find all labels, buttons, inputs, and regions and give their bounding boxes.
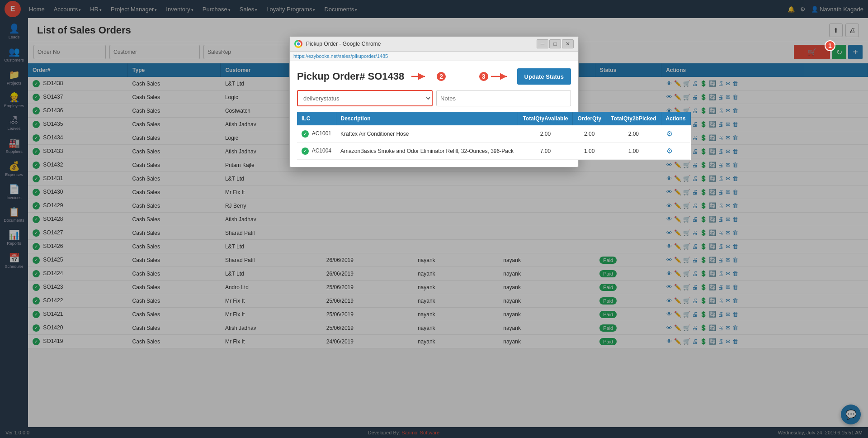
modal-order-title-area: Pickup Order# SO1438 2 [297, 70, 447, 83]
modal-cell-total-2b: 1.00 [606, 143, 661, 160]
annotation-2-arrow [411, 70, 434, 83]
modal-col-actions: Actions [661, 112, 690, 125]
chrome-icon [294, 40, 302, 48]
modal-table-row: ✓ AC1001 Kraftex Air Conditioner Hose 2.… [297, 125, 690, 143]
annotation-badge-3: 3 [478, 71, 489, 82]
modal-cell-description: Kraftex Air Conditioner Hose [336, 125, 518, 143]
modal-cell-order-qty: 1.00 [573, 143, 606, 160]
modal-col-order-qty: OrderQty [573, 112, 606, 125]
modal-overlay: Pickup Order - Google Chrome ─ □ ✕ https… [0, 0, 868, 438]
modal-cell-description: AmazonBasics Smoke and Odor Eliminator R… [336, 143, 518, 160]
annotation-badge-1: 1 [825, 40, 835, 51]
modal-window: Pickup Order - Google Chrome ─ □ ✕ https… [289, 36, 579, 167]
update-status-area: 3 Update Status [478, 68, 571, 85]
modal-addressbar: https://ezybooks.net/sales/pikuporder/14… [290, 52, 578, 61]
modal-cell-total-qty: 7.00 [518, 143, 573, 160]
modal-body: Pickup Order# SO1438 2 3 [290, 61, 578, 167]
item-gear-button[interactable]: ⚙ [665, 129, 674, 139]
modal-items-table: ILC Description TotalQtyAvailable OrderQ… [297, 112, 691, 160]
item-gear-button[interactable]: ⚙ [665, 146, 674, 156]
modal-url: https://ezybooks.net/sales/pikuporder/14… [293, 53, 388, 59]
modal-col-total-qty: TotalQtyAvailable [518, 112, 573, 125]
modal-titlebar-left: Pickup Order - Google Chrome [294, 40, 381, 48]
modal-cell-actions: ⚙ [661, 125, 690, 143]
annotation-badge-2: 2 [436, 71, 447, 82]
modal-cell-ilc: ✓ AC1004 [297, 143, 336, 160]
modal-table-row: ✓ AC1004 AmazonBasics Smoke and Odor Eli… [297, 143, 690, 160]
modal-order-title: Pickup Order# SO1438 [297, 71, 404, 82]
modal-minimize-button[interactable]: ─ [537, 39, 548, 48]
modal-top-row: deliverystatus [297, 90, 571, 106]
modal-cell-total-qty: 2.00 [518, 125, 573, 143]
modal-cell-ilc: ✓ AC1001 [297, 125, 336, 143]
modal-table-header-row: ILC Description TotalQtyAvailable OrderQ… [297, 112, 690, 125]
delivery-status-select[interactable]: deliverystatus [297, 90, 433, 106]
modal-cell-total-2b: 2.00 [606, 125, 661, 143]
modal-status-icon: ✓ [302, 148, 309, 155]
update-status-button[interactable]: Update Status [517, 68, 571, 85]
modal-cell-order-qty: 2.00 [573, 125, 606, 143]
modal-maximize-button[interactable]: □ [549, 39, 561, 48]
modal-order-header: Pickup Order# SO1438 2 3 [297, 68, 571, 85]
modal-status-icon: ✓ [302, 130, 309, 138]
modal-col-total-2b: TotalQty2bPicked [606, 112, 661, 125]
modal-cell-actions: ⚙ [661, 143, 690, 160]
annotation-2-area: 2 [411, 70, 447, 83]
modal-titlebar: Pickup Order - Google Chrome ─ □ ✕ [290, 37, 578, 52]
modal-col-ilc: ILC [297, 112, 336, 125]
annotation-3-arrow [491, 70, 514, 83]
modal-col-description: Description [336, 112, 518, 125]
annotation-3-area: 3 [478, 70, 514, 83]
modal-title-text: Pickup Order - Google Chrome [306, 41, 381, 47]
modal-table-body: ✓ AC1001 Kraftex Air Conditioner Hose 2.… [297, 125, 690, 160]
modal-close-button[interactable]: ✕ [562, 39, 574, 48]
notes-input[interactable] [436, 90, 571, 106]
modal-controls: ─ □ ✕ [537, 39, 574, 48]
